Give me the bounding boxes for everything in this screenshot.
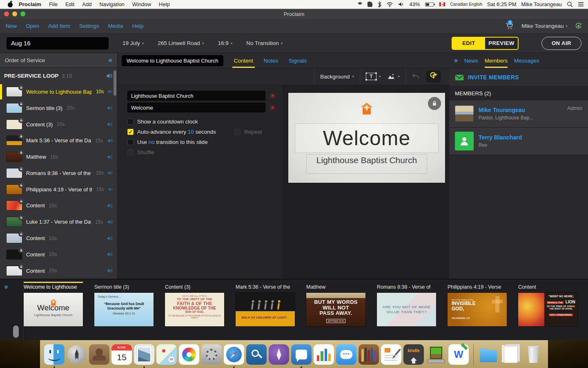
aspect-ratio-dropdown[interactable]: 16:9▾ [218,40,232,46]
filmstrip-slide[interactable]: Philippians 4:19 - Verse He is the image… [448,283,507,340]
evernote-icon[interactable] [368,2,372,7]
menu-add[interactable]: Add [82,1,91,7]
slide-thumbnail[interactable]: UNTIL WE ALL ATTAIN TO THE UNITY OF THE … [165,293,224,326]
tab-signals[interactable]: Signals [289,53,307,68]
speaker-icon[interactable] [107,122,113,127]
speaker-icon[interactable] [107,268,113,273]
close-window-button[interactable] [4,11,9,16]
numbers-dock-icon[interactable] [314,344,334,365]
menu-proclaim[interactable]: Proclaim [19,1,41,7]
slide-thumbnail[interactable]: Today's Sermon.... “Because God has Deal… [94,293,154,326]
proclaim-dock-icon[interactable] [291,344,312,365]
slide-preview[interactable]: Welcome Lighthouse Baptist Church [288,93,445,183]
word-dock-icon[interactable]: W [448,344,469,365]
service-item-row[interactable]: Content 15s [0,197,117,214]
speaker-icon[interactable] [107,138,113,143]
battery-icon[interactable] [425,2,434,7]
notification-center-icon[interactable] [578,2,584,7]
trash-dock-icon[interactable] [523,344,543,365]
filmstrip-slide[interactable]: Sermon title (3) Today's Sermon.... “Bec… [94,283,154,340]
service-date-dropdown[interactable]: 19 July▾ [122,40,144,46]
wifi-icon[interactable] [386,2,393,7]
logos-bible-dock-icon[interactable] [246,344,267,365]
service-item-row[interactable]: Content 15s [0,246,117,263]
filmstrip-slide[interactable]: Content (3) UNTIL WE ALL ATTAIN TO THE U… [165,283,224,340]
service-item-row[interactable]: Content 15s [0,230,117,247]
calendar-dock-icon[interactable]: AUG15 [111,344,132,365]
apple-menu-icon[interactable] [7,1,13,7]
speaker-icon[interactable] [108,171,113,175]
section-pre-service-loop[interactable]: PRE-SERVICE LOOP 3:15 [0,68,117,84]
menu-user[interactable]: Mike Tourangeau [521,1,562,7]
messages-dock-icon[interactable]: ••• [336,344,356,365]
documents-stack-dock-icon[interactable] [501,344,521,365]
tab-messages[interactable]: Messages [514,53,539,68]
folder-dock-icon[interactable] [478,344,499,365]
member-name-link[interactable]: Terry Blanchard [479,134,582,141]
slide-thumbnail[interactable]: “WEEP NO MORE; BEHOLD, THE LION OF THE T… [518,293,577,326]
text-box-tool-icon[interactable]: T [366,73,376,80]
toolbar-new[interactable]: New [6,23,17,29]
minimize-window-button[interactable] [12,11,17,16]
service-item-row[interactable]: Welcome to Lighthouse Baptist... 10s [0,84,117,100]
menu-edit[interactable]: Edit [65,1,74,7]
edit-mode-button[interactable]: EDIT [452,38,485,49]
speaker-icon[interactable] [107,236,113,241]
maps-dock-icon[interactable]: 3D [156,344,177,365]
dropbox-icon[interactable] [358,2,363,7]
transition-type-link[interactable]: no [149,139,155,145]
service-title-input[interactable] [7,37,109,49]
pages-dock-icon[interactable] [381,344,401,365]
tab-members[interactable]: Members [485,53,508,68]
slide-text-field-1[interactable] [127,91,265,101]
photos-dock-icon[interactable] [179,344,199,365]
service-item-row[interactable]: Philippians 4:19 - Verse of the Day 15s [0,181,117,197]
slide-title-box[interactable]: Welcome [295,123,439,153]
filmstrip-slide[interactable]: Romans 8:38 - Verse of ARE YOU NOT OF MO… [377,283,436,340]
collapse-panel-icon[interactable]: » [454,57,458,64]
slide-thumbnail[interactable]: ARE YOU NOT OF MOREVALUE THAN THEY? [377,293,436,326]
slide-subtitle-box[interactable]: Lighthouse Baptist Church [306,154,427,174]
member-name-link[interactable]: Mike Tourangeau [479,107,562,113]
member-row[interactable]: Mike Tourangeau Pastor, Lighthouse Bap..… [449,100,588,128]
service-venue-dropdown[interactable]: 265 Linwell Road▾ [158,40,204,46]
auto-advance-checkbox[interactable]: ✓ [127,129,134,135]
kindle-dock-icon[interactable]: kindle [403,344,424,365]
background-dropdown[interactable]: Background [320,74,350,80]
spotlight-search-icon[interactable] [567,1,573,7]
menu-window[interactable]: Window [132,1,151,7]
speaker-icon[interactable] [106,73,113,79]
service-item-row[interactable]: Romans 8:38 - Verse of the Day 15s [0,165,117,182]
filmstrip-slide[interactable]: Mark 5:36 - Verse of the WALK AS CHILDRE… [236,283,295,340]
slide-lock-icon[interactable] [428,97,441,110]
ink-pen-app-dock-icon[interactable] [269,344,289,365]
menu-file[interactable]: File [49,1,58,7]
volume-icon[interactable] [398,2,405,7]
toolbar-help[interactable]: Help [132,23,144,29]
canada-flag-icon[interactable] [439,2,445,7]
ibooks-dock-icon[interactable] [359,344,379,365]
toolbar-open[interactable]: Open [26,23,39,29]
speaker-icon[interactable] [108,187,113,192]
slide-thumbnail[interactable]: BUT MY WORDS WILL NOT PASS AWAY. MATTHEW… [306,293,365,326]
zoom-window-button[interactable] [20,11,25,16]
service-item-row[interactable]: Matthew 15s [0,149,117,165]
safari-dock-icon[interactable] [224,344,244,365]
service-item-row[interactable]: Mark 5:36 - Verse of the Day 15s [0,132,117,149]
speaker-icon[interactable] [107,203,113,208]
service-item-row[interactable]: Luke 1:37 - Verse of the Day 15s [0,214,117,230]
menu-help[interactable]: Help [159,1,170,7]
service-item-row[interactable]: Content (3) 15s [0,116,117,132]
service-item-row[interactable]: Sermon title (3) 15s [0,100,117,116]
remove-text-icon[interactable]: ✕ [270,93,276,99]
toolbar-add-item[interactable]: Add Item [48,23,70,29]
speaker-icon[interactable] [107,252,113,257]
tab-notes[interactable]: Notes [264,53,278,68]
slide-text-field-2[interactable] [127,103,265,112]
filmstrip-slide[interactable]: Welcome to Lighthouse Welcome Lighthouse… [24,283,83,340]
minecraft-dock-icon[interactable] [426,344,446,365]
menu-navigation[interactable]: Navigation [99,1,124,7]
on-air-button[interactable]: ON AIR [541,37,581,50]
speaker-icon[interactable] [108,89,113,94]
contacts-dock-icon[interactable] [89,344,109,365]
